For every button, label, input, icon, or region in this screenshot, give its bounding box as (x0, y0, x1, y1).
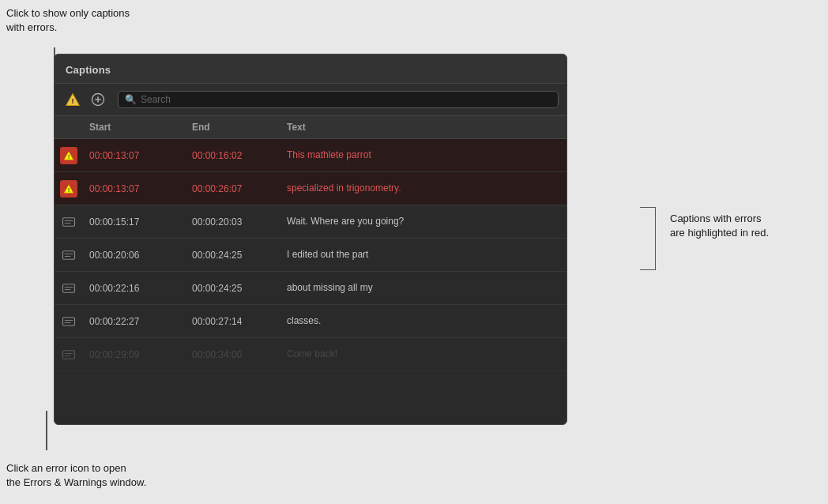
cell-start: 00:00:15:17 (83, 216, 186, 228)
cell-end: 00:00:16:02 (186, 150, 280, 161)
toolbar: ! 🔍 (55, 84, 566, 116)
table-row[interactable]: 00:00:29:0900:00:34:00Come back! (55, 338, 566, 371)
cell-start: 00:00:20:06 (83, 250, 186, 261)
add-caption-button[interactable] (88, 89, 108, 110)
cell-icon (55, 346, 83, 363)
panel-header: Captions (55, 55, 566, 84)
caption-icon (60, 346, 77, 363)
caption-icon (60, 280, 77, 297)
col-header-icon (55, 120, 83, 134)
col-header-start: Start (83, 120, 186, 134)
search-icon: 🔍 (125, 94, 137, 105)
cell-text: Come back! (280, 348, 566, 361)
error-icon[interactable]: ! (60, 147, 77, 164)
table-header: Start End Text (55, 116, 566, 139)
svg-rect-15 (63, 284, 75, 292)
col-header-end: End (186, 120, 280, 134)
svg-rect-18 (63, 317, 75, 325)
svg-text:!: ! (68, 153, 70, 159)
bottom-annotation: Click an error icon to open the Errors &… (6, 461, 172, 490)
svg-rect-12 (63, 250, 75, 259)
top-annotation: Click to show only captions with errors. (6, 6, 133, 35)
table-row[interactable]: !00:00:13:0700:00:16:02This mathlete par… (55, 139, 566, 172)
caption-icon (60, 313, 77, 330)
caption-icon (60, 246, 77, 264)
cell-icon (55, 280, 83, 297)
bottom-annotation-line (46, 411, 47, 450)
cell-icon: ! (55, 147, 83, 164)
cell-end: 00:00:34:00 (186, 349, 280, 360)
plus-icon (91, 92, 105, 107)
cell-icon (55, 213, 83, 231)
cell-end: 00:00:27:14 (186, 316, 280, 327)
panel-title: Captions (66, 64, 111, 76)
table-row[interactable]: 00:00:22:1600:00:24:25about missing all … (55, 272, 566, 305)
table-row[interactable]: 00:00:20:0600:00:24:25I edited out the p… (55, 239, 566, 272)
svg-text:!: ! (71, 97, 73, 105)
cell-text: classes. (280, 315, 566, 328)
cell-start: 00:00:13:07 (83, 183, 186, 194)
cell-end: 00:00:24:25 (186, 283, 280, 294)
cell-icon (55, 246, 83, 264)
cell-end: 00:00:26:07 (186, 183, 280, 194)
cell-start: 00:00:22:27 (83, 316, 186, 327)
cell-start: 00:00:29:09 (83, 349, 186, 360)
cell-icon (55, 313, 83, 330)
cell-start: 00:00:22:16 (83, 283, 186, 294)
cell-text: specialized in trigonometry. (280, 182, 566, 195)
cell-text: This mathlete parrot (280, 149, 566, 162)
right-bracket (640, 207, 656, 270)
cell-end: 00:00:24:25 (186, 250, 280, 261)
cell-start: 00:00:13:07 (83, 150, 186, 161)
table-row[interactable]: !00:00:13:0700:00:26:07specialized in tr… (55, 172, 566, 205)
caption-icon (60, 213, 77, 231)
error-icon[interactable]: ! (60, 180, 77, 197)
cell-text: about missing all my (280, 282, 566, 295)
svg-text:!: ! (68, 186, 70, 192)
table-row[interactable]: 00:00:22:2700:00:27:14classes. (55, 305, 566, 338)
captions-panel: Captions ! 🔍 Start End Text (54, 54, 567, 425)
col-header-text: Text (280, 120, 566, 134)
search-container: 🔍 (118, 91, 559, 108)
right-annotation: Captions with errors are highlighted in … (670, 212, 796, 240)
cell-text: I edited out the part (280, 249, 566, 261)
svg-rect-9 (63, 217, 75, 226)
filter-errors-button[interactable]: ! (62, 89, 83, 110)
cell-end: 00:00:20:03 (186, 216, 280, 228)
search-input[interactable] (141, 94, 551, 105)
table-row[interactable]: 00:00:15:1700:00:20:03Wait. Where are yo… (55, 205, 566, 239)
svg-rect-21 (63, 350, 75, 359)
table-body: !00:00:13:0700:00:16:02This mathlete par… (55, 139, 566, 371)
cell-icon: ! (55, 180, 83, 197)
cell-text: Wait. Where are you going? (280, 216, 566, 228)
warning-icon: ! (65, 92, 81, 107)
